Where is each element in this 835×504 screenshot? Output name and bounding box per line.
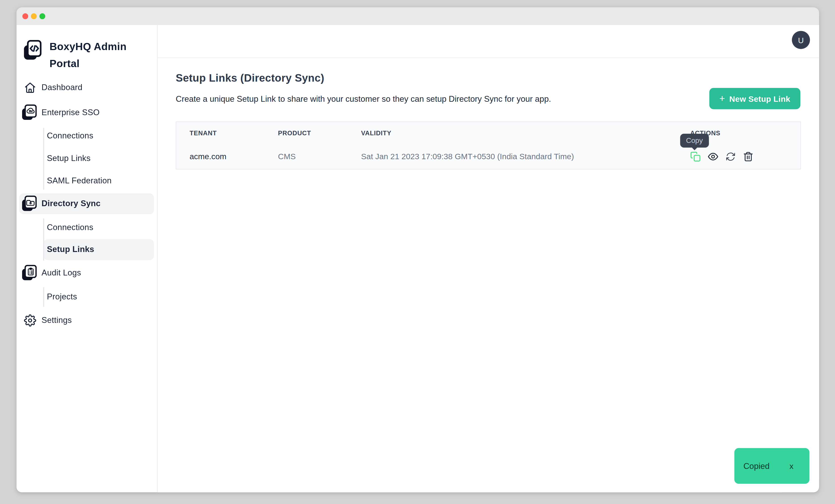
new-setup-link-label: New Setup Link xyxy=(729,94,790,103)
sidebar-item-label: Dashboard xyxy=(42,82,82,92)
sidebar-item-enterprise-sso[interactable]: Enterprise SSO xyxy=(17,102,157,123)
sidebar-subitem-dirsync-setup-links[interactable]: Setup Links xyxy=(17,239,157,260)
row-actions xyxy=(690,151,800,162)
copy-button[interactable] xyxy=(690,151,701,162)
column-header-product: PRODUCT xyxy=(278,129,361,137)
sso-cloud-keycap-icon xyxy=(22,104,37,120)
app-window: BoxyHQ Admin Portal xyxy=(17,7,819,492)
screen: BoxyHQ Admin Portal xyxy=(0,0,835,504)
eye-icon xyxy=(708,151,718,162)
gear-icon xyxy=(24,314,36,326)
sidebar-subitem-label: Setup Links xyxy=(47,154,91,163)
cell-validity: Sat Jan 21 2023 17:09:38 GMT+0530 (India… xyxy=(361,152,690,161)
sidebar-item-label: Directory Sync xyxy=(42,199,101,208)
window-titlebar xyxy=(17,7,819,25)
page-title: Setup Links (Directory Sync) xyxy=(176,72,324,84)
column-header-tenant: TENANT xyxy=(189,129,278,137)
minimize-window-button[interactable] xyxy=(31,14,37,19)
sidebar-subitem-sso-setup-links[interactable]: Setup Links xyxy=(17,147,157,169)
sidebar-item-settings[interactable]: Settings xyxy=(17,309,157,331)
sidebar-subitem-label: Connections xyxy=(47,131,94,141)
cell-tenant: acme.com xyxy=(189,152,278,161)
sidebar-item-label: Settings xyxy=(42,316,72,325)
regenerate-icon xyxy=(725,151,736,162)
delete-button[interactable] xyxy=(743,151,754,162)
directory-folder-keycap-icon xyxy=(22,196,37,211)
user-avatar[interactable]: U xyxy=(792,31,810,49)
copy-tooltip: Copy xyxy=(680,134,709,147)
sidebar-subitem-label: Connections xyxy=(47,223,94,232)
sidebar-subitem-sso-connections[interactable]: Connections xyxy=(17,125,157,146)
new-setup-link-button[interactable]: + New Setup Link xyxy=(709,88,800,109)
sidebar-subitem-label: Projects xyxy=(47,292,77,302)
avatar-initial: U xyxy=(798,35,804,44)
view-button[interactable] xyxy=(708,151,718,162)
toast-message: Copied xyxy=(744,461,770,471)
brand[interactable]: BoxyHQ Admin Portal xyxy=(23,40,42,61)
sidebar-item-label: Audit Logs xyxy=(42,268,81,278)
sidebar-item-directory-sync[interactable]: Directory Sync xyxy=(17,193,157,214)
sidebar-subitem-saml-federation[interactable]: SAML Federation xyxy=(17,170,157,191)
top-header: U xyxy=(158,25,819,58)
sidebar-subitem-projects[interactable]: Projects xyxy=(17,286,157,307)
table-row: acme.com CMS Sat Jan 21 2023 17:09:38 GM… xyxy=(176,144,800,169)
main-area: U Setup Links (Directory Sync) Create a … xyxy=(158,25,819,492)
copied-toast: Copied x xyxy=(734,448,810,484)
page-content: Setup Links (Directory Sync) Create a un… xyxy=(158,58,819,492)
plus-icon: + xyxy=(719,94,725,103)
sidebar-item-audit-logs[interactable]: Audit Logs xyxy=(17,262,157,283)
close-window-button[interactable] xyxy=(22,14,28,19)
sidebar-subitem-label: SAML Federation xyxy=(47,176,112,185)
cell-product: CMS xyxy=(278,152,361,161)
audit-clipboard-keycap-icon xyxy=(22,265,37,281)
sidebar-item-dashboard[interactable]: Dashboard xyxy=(17,77,157,98)
sidebar-item-label: Enterprise SSO xyxy=(42,107,100,117)
sidebar-subitem-dirsync-connections[interactable]: Connections xyxy=(17,217,157,238)
brand-title: BoxyHQ Admin Portal xyxy=(49,38,140,72)
sidebar: BoxyHQ Admin Portal xyxy=(17,25,158,492)
column-header-validity: VALIDITY xyxy=(361,129,690,137)
traffic-lights xyxy=(22,14,45,19)
maximize-window-button[interactable] xyxy=(39,14,45,19)
boxyhq-logo-icon xyxy=(23,40,42,61)
trash-icon xyxy=(743,151,754,162)
home-icon xyxy=(24,81,36,94)
copy-tooltip-label: Copy xyxy=(686,136,703,144)
regenerate-button[interactable] xyxy=(725,151,736,162)
page-description: Create a unique Setup Link to share with… xyxy=(176,94,551,104)
sidebar-subitem-label: Setup Links xyxy=(47,245,94,254)
copy-icon xyxy=(690,151,701,162)
toast-close-button[interactable]: x xyxy=(789,461,793,470)
